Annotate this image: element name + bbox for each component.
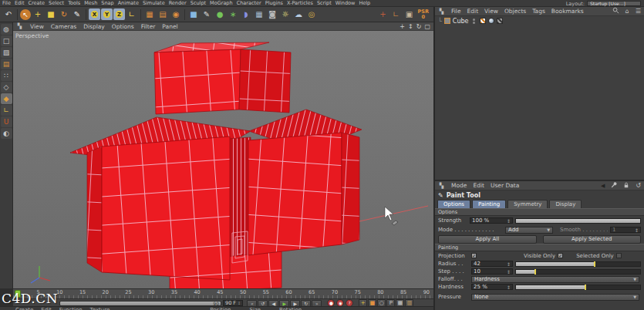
lock-x-button[interactable]: X	[89, 8, 100, 20]
texture-mode-icon[interactable]: ▨	[1, 47, 12, 58]
end-frame-input[interactable]: 90 F ↕	[223, 300, 243, 306]
spline-pen-icon[interactable]: ✎	[201, 8, 213, 21]
live-selection-icon[interactable]: ↖	[20, 9, 31, 20]
menubar-item[interactable]: Tools	[68, 0, 80, 6]
lock-y-button[interactable]: Y	[101, 8, 113, 20]
menubar-item[interactable]: Render	[169, 0, 187, 6]
menubar-item[interactable]: Animate	[118, 0, 139, 6]
menubar-item[interactable]: Window	[335, 0, 356, 6]
spinner-icon[interactable]: ↕	[507, 269, 511, 275]
pressure-dropdown[interactable]: None ▼	[471, 294, 639, 301]
viewport-menu-item[interactable]: View	[30, 23, 44, 30]
objects-panel-icon[interactable]: ▚	[438, 8, 445, 15]
viewport-panel-icon[interactable]: ▚	[16, 23, 23, 30]
objects-menu-item[interactable]: View	[484, 8, 498, 15]
viewport-menu-item[interactable]: Panel	[162, 23, 177, 30]
search-icon[interactable]	[612, 7, 619, 15]
step-slider[interactable]	[515, 269, 641, 275]
rotate-view-icon[interactable]: ↻	[416, 23, 422, 30]
apply-selected-button[interactable]: Apply Selected	[543, 235, 642, 244]
attributes-panel-icon[interactable]: ▚	[438, 182, 445, 189]
axis-modification-icon[interactable]: +	[377, 8, 389, 21]
zoom-view-icon[interactable]: ↕	[408, 23, 413, 30]
apply-all-button[interactable]: Apply All	[438, 235, 537, 244]
separator[interactable]	[140, 9, 141, 20]
timeline-ruler[interactable]: 051015202530354045505560657075808590	[13, 288, 433, 298]
wrench-icon[interactable]	[611, 182, 617, 190]
render-view-icon[interactable]: ▦	[143, 8, 156, 21]
model-mode-icon[interactable]: □	[1, 35, 12, 46]
strength-input[interactable]: 100 % ↕	[470, 217, 513, 224]
object-name[interactable]: Cube	[453, 18, 469, 25]
statusbar-menu-item[interactable]: Texture	[90, 307, 110, 310]
undo-icon[interactable]: ↶	[2, 8, 15, 21]
snap-icon[interactable]: U	[1, 116, 12, 127]
spinner-icon[interactable]: ↕	[635, 227, 639, 233]
object-list-row[interactable]: └ Cube	[435, 16, 644, 25]
statusbar-menu-item[interactable]: Create	[15, 307, 33, 310]
viewport-menu-item[interactable]: Filter	[141, 23, 156, 30]
render-settings-icon[interactable]: ◉	[170, 8, 182, 21]
menubar-item[interactable]: Select	[49, 0, 64, 6]
phong-tag[interactable]	[488, 18, 494, 24]
attribute-tab[interactable]: Painting	[472, 200, 506, 208]
statusbar-menu-item[interactable]: Function	[59, 307, 83, 310]
menubar-item[interactable]: MoGraph	[210, 0, 233, 6]
snap-settings-icon[interactable]: ∟	[390, 8, 403, 21]
menubar-item[interactable]: Create	[28, 0, 45, 6]
polygons-mode-icon[interactable]: ◆	[1, 93, 12, 104]
workplane-icon[interactable]: ▣	[403, 8, 416, 21]
statusbar-menu-item[interactable]: Edit	[41, 307, 52, 310]
viewport-menu-item[interactable]: Options	[112, 23, 134, 30]
attribute-tab[interactable]: Symmetry	[507, 200, 548, 208]
attribute-tab[interactable]: Display	[549, 200, 582, 208]
radius-slider[interactable]	[515, 261, 641, 267]
enable-axis-icon[interactable]: ∟	[1, 105, 12, 116]
lock-z-button[interactable]: Z	[113, 8, 125, 20]
menu-icon[interactable]: ☰	[636, 8, 641, 15]
x-axis-handle[interactable]	[359, 206, 428, 221]
spinner-icon[interactable]: ↕	[238, 301, 241, 305]
objects-menu-item[interactable]: Edit	[467, 8, 479, 15]
layout-dropdown[interactable]: Startup [Use...]	[587, 1, 641, 6]
menubar-item[interactable]: Plugins	[265, 0, 283, 6]
preview-range-slider[interactable]: 90	[59, 301, 221, 306]
camera-icon[interactable]: ◙	[266, 8, 278, 21]
lock-icon[interactable]	[623, 182, 629, 190]
spinner-icon[interactable]: ↕	[507, 218, 511, 224]
floor-icon[interactable]: ▦	[253, 8, 265, 21]
bend-deformer-icon[interactable]: ◗	[240, 8, 252, 21]
menubar-item[interactable]: Snap	[101, 0, 113, 6]
psr-indicator[interactable]: PSR 0	[418, 9, 429, 20]
maximize-view-icon[interactable]: ▢	[424, 23, 430, 30]
hardness-input[interactable]: 25 % ↕	[471, 284, 513, 290]
viewport-canvas[interactable]: Perspective	[13, 31, 433, 288]
selection-tag[interactable]	[497, 18, 503, 24]
uvw-tag[interactable]	[480, 18, 486, 24]
viewport-solo-icon[interactable]: ◐	[1, 128, 12, 139]
attributes-menu-item[interactable]: Edit	[473, 182, 484, 189]
menubar-item[interactable]: Character	[237, 0, 261, 6]
history-icon[interactable]: ↺	[636, 182, 641, 189]
objects-menu-item[interactable]: File	[451, 8, 461, 15]
deformer-icon[interactable]: ∗	[227, 8, 239, 21]
objects-menu-item[interactable]: Bookmarks	[551, 8, 584, 15]
objects-menu-item[interactable]: Tags	[532, 8, 545, 15]
attribute-tab[interactable]: Options	[437, 200, 470, 208]
smooth-input[interactable]: 1 ↕	[610, 227, 641, 233]
mode-dropdown[interactable]: Add ▼	[505, 227, 553, 234]
separator[interactable]	[184, 9, 185, 20]
projection-checkbox[interactable]: ✓	[471, 253, 477, 258]
menubar-item[interactable]: Help	[359, 0, 370, 6]
separator[interactable]	[17, 9, 18, 20]
visible-only-checkbox[interactable]: ✓	[558, 253, 563, 258]
attributes-menu-item[interactable]: Mode	[451, 182, 467, 189]
cube-mesh[interactable]	[70, 42, 362, 288]
rotate-icon[interactable]: ↻	[58, 8, 70, 21]
subdivision-surface-icon[interactable]: ●	[214, 8, 226, 21]
visibility-dots[interactable]	[473, 19, 475, 24]
step-input[interactable]: 10 ↕	[471, 268, 513, 275]
menubar-item[interactable]: Script	[317, 0, 332, 6]
render-region-icon[interactable]: ▤	[157, 8, 169, 21]
points-mode-icon[interactable]: ∷	[1, 70, 12, 81]
